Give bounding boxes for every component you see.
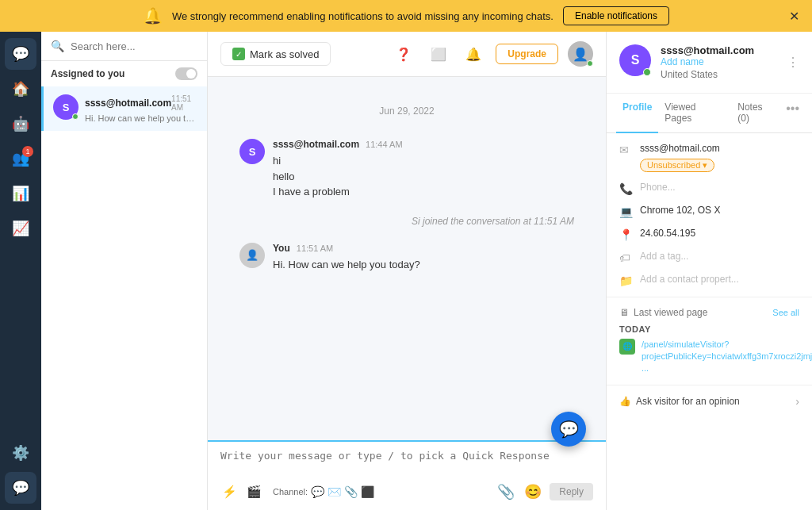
assigned-toggle[interactable] [175,67,197,80]
sidebar-item-livechat[interactable]: 💬 [5,472,36,504]
profile-details: ✉ ssss@hotmail.com Unsubscribed ▾ 📞 Phon… [607,133,812,297]
sidebar-item-reports[interactable]: 📊 [5,178,36,209]
location-icon: 📍 [619,228,632,241]
banner-message: We strongly recommend enabling notificat… [172,10,553,22]
checkmark-icon: ✓ [232,48,245,60]
input-toolbar: ⚡ 🎬 Channel: 💬 ✉️ 📎 ⬛ 📎 😊 Reply [220,481,593,502]
emoji-button[interactable]: 📎 [496,481,516,502]
phone-placeholder[interactable]: Phone... [640,182,676,193]
sidebar-item-bot[interactable]: 🤖 [5,108,36,140]
search-input[interactable] [71,40,197,52]
email-detail-content: ssss@hotmail.com Unsubscribed ▾ [640,143,799,172]
monitor-icon: 🖥 [619,307,629,318]
tab-viewed-pages[interactable]: Viewed Pages [658,94,731,133]
notification-banner: 🔔 We strongly recommend enabling notific… [0,0,812,32]
smiley-button[interactable]: 😊 [523,481,543,502]
search-icon: 🔍 [51,40,64,52]
gif-icon-button[interactable]: 🎬 [245,483,263,500]
reply-button[interactable]: Reply [550,483,593,500]
phone-detail-row: 📞 Phone... [619,182,799,195]
tab-profile[interactable]: Profile [616,94,658,133]
property-detail-row: 📁 Add a contact propert... [619,274,799,287]
system-message: Si joined the conversation at 11:51 AM [239,216,574,227]
sidebar-item-chat[interactable]: 💬 [5,38,36,70]
tag-icon: 🏷 [619,251,632,264]
agent-message-avatar: 👤 [239,243,265,268]
page-entry-icon: 🌐 [619,339,635,355]
mark-solved-button[interactable]: ✓ Mark as solved [220,42,331,66]
browser-icon: 💻 [619,205,632,218]
assigned-label: Assigned to you [51,68,124,79]
sidebar-item-home[interactable]: 🏠 [5,73,36,105]
conversations-panel: 🔍 Assigned to you S ssss@hotmail.com 11:… [41,32,208,510]
sidebar: 💬 🏠 🤖 👥 1 📊 📈 ⚙️ 💬 [0,32,41,510]
ask-opinion-arrow[interactable]: › [795,395,799,408]
visitor-header: S ssss@hotmail.com Add name United State… [607,32,812,94]
tab-more-button[interactable]: ••• [783,94,802,132]
online-indicator [72,113,79,120]
ask-opinion-section: 👍 Ask visitor for an opinion › [607,385,812,417]
agent-message-group: 👤 You 11:51 AM Hi. How can we help you t… [239,243,574,273]
visitor-info: ssss@hotmail.com Add name United States [661,44,777,80]
conv-name: ssss@hotmail.com [85,98,171,109]
status-dropdown-icon: ▾ [703,160,707,171]
upgrade-button[interactable]: Upgrade [496,44,558,64]
conversation-avatar: S [53,94,79,120]
bell-icon-button[interactable]: 🔔 [461,41,486,67]
copy-icon-button[interactable]: ⬜ [426,41,451,67]
phone-icon: 📞 [619,182,632,195]
channel-email-icon: ✉️ [327,485,341,498]
assigned-header: Assigned to you [41,61,207,86]
thumbs-up-icon: 👍 [619,396,631,407]
conversation-item[interactable]: S ssss@hotmail.com 11:51 AM Hi. How can … [41,86,207,131]
help-icon-button[interactable]: ❓ [391,41,416,67]
tag-placeholder[interactable]: Add a tag... [640,251,688,262]
message-input[interactable] [220,450,593,474]
visitor-country: United States [661,69,777,80]
notification-bell-icon: 🔔 [143,6,163,25]
agent-message-text: Hi. How can we help you today? [273,257,574,273]
ask-opinion-text: 👍 Ask visitor for an opinion [619,396,740,407]
section-title: 🖥 Last viewed page [619,307,707,318]
visitor-message-text: hi hello I have a problem [273,153,574,200]
section-header: 🖥 Last viewed page See all [619,307,799,318]
messages-area: Jun 29, 2022 S ssss@hotmail.com 11:44 AM… [208,77,606,440]
agent-message-name: You [273,243,290,254]
enable-notifications-button[interactable]: Enable notifications [563,6,669,25]
see-all-button[interactable]: See all [772,308,799,317]
last-viewed-section: 🖥 Last viewed page See all TODAY 🌐 /pane… [607,297,812,385]
right-panel: S ssss@hotmail.com Add name United State… [606,32,812,510]
email-status-badge[interactable]: Unsubscribed ▾ [640,159,714,172]
search-bar: 🔍 [41,32,207,61]
visitor-message-group: S ssss@hotmail.com 11:44 AM hi hello I h… [239,139,574,200]
visitor-message-time: 11:44 AM [366,140,402,149]
folder-icon: 📁 [619,274,632,287]
ip-value: 24.60.54.195 [640,228,695,239]
sidebar-item-analytics[interactable]: 📈 [5,213,36,244]
page-url: /panel/simulateVisitor?projectPublicKey=… [642,339,812,375]
user-avatar: 👤 [568,41,593,67]
agent-message-time: 11:51 AM [297,243,333,253]
chat-header: ✓ Mark as solved ❓ ⬜ 🔔 Upgrade 👤 [208,32,606,77]
date-separator: Jun 29, 2022 [239,105,574,117]
browser-detail-row: 💻 Chrome 102, OS X [619,205,799,218]
tag-detail-row: 🏷 Add a tag... [619,251,799,264]
agent-message-content: You 11:51 AM Hi. How can we help you tod… [273,243,574,273]
email-detail-row: ✉ ssss@hotmail.com Unsubscribed ▾ [619,143,799,172]
property-placeholder[interactable]: Add a contact propert... [640,274,739,285]
sidebar-item-contacts[interactable]: 👥 1 [5,143,36,174]
page-entry: 🌐 /panel/simulateVisitor?projectPublicKe… [619,339,799,375]
banner-close-button[interactable]: ✕ [789,9,799,24]
channel-label: Channel: 💬 ✉️ 📎 ⬛ [273,485,374,498]
profile-tabs: Profile Viewed Pages Notes (0) ••• [607,94,812,133]
panel-more-button[interactable]: ⋮ [787,55,799,70]
browser-value: Chrome 102, OS X [640,205,720,216]
channel-more-icon: 📎 [344,485,358,498]
tab-notes[interactable]: Notes (0) [731,94,783,133]
sidebar-item-settings[interactable]: ⚙️ [5,437,36,469]
visitor-message-avatar: S [239,139,265,164]
attachment-icon-button[interactable]: ⚡ [220,483,239,500]
visitor-message-content: ssss@hotmail.com 11:44 AM hi hello I hav… [273,139,574,200]
add-name-link[interactable]: Add name [661,56,777,67]
chat-fab-button[interactable]: 💬 [551,412,586,447]
